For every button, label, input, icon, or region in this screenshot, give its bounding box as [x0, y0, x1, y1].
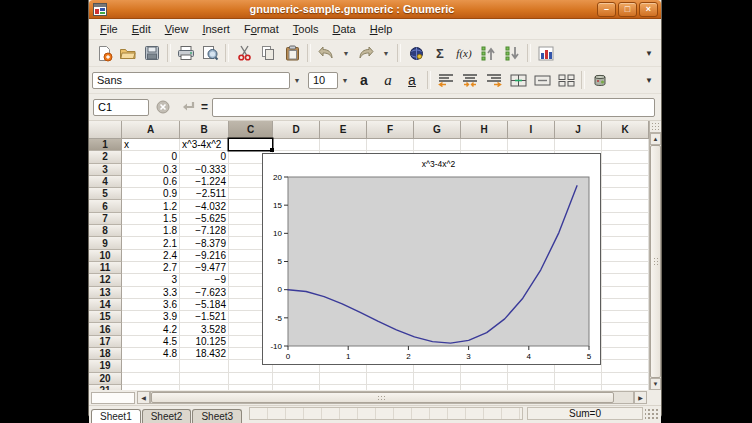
- column-header-C[interactable]: C: [229, 121, 273, 139]
- center-across-button[interactable]: [530, 69, 554, 91]
- row-header-11[interactable]: 11: [89, 262, 122, 274]
- copy-button[interactable]: [256, 42, 280, 64]
- column-header-A[interactable]: A: [122, 121, 180, 139]
- cell[interactable]: [602, 360, 649, 372]
- cell[interactable]: −5.625: [180, 213, 229, 225]
- row-header-3[interactable]: 3: [89, 164, 122, 176]
- window-resize-grip[interactable]: [645, 407, 659, 420]
- cell[interactable]: 0: [122, 151, 180, 163]
- cell[interactable]: [602, 373, 649, 385]
- formula-input[interactable]: [212, 98, 655, 117]
- cell[interactable]: [602, 139, 649, 151]
- cell[interactable]: [180, 360, 229, 372]
- cell[interactable]: [602, 164, 649, 176]
- cell[interactable]: [414, 373, 461, 385]
- cell[interactable]: [320, 373, 367, 385]
- menu-tools[interactable]: Tools: [286, 21, 326, 37]
- row-header-4[interactable]: 4: [89, 176, 122, 188]
- split-cells-button[interactable]: [554, 69, 578, 91]
- sheet-tab-sheet3[interactable]: Sheet3: [192, 409, 242, 423]
- cell[interactable]: [180, 373, 229, 385]
- column-header-K[interactable]: K: [602, 121, 649, 139]
- align-right-button[interactable]: [482, 69, 506, 91]
- row-header-7[interactable]: 7: [89, 213, 122, 225]
- cell[interactable]: [122, 385, 180, 390]
- cell[interactable]: −8.379: [180, 237, 229, 249]
- row-header-20[interactable]: 20: [89, 373, 122, 385]
- minimize-button[interactable]: –: [597, 2, 616, 17]
- row-header-21[interactable]: 21: [89, 385, 122, 390]
- new-file-button[interactable]: [92, 42, 116, 64]
- cell[interactable]: [508, 385, 555, 390]
- cell[interactable]: [555, 373, 602, 385]
- cell[interactable]: [508, 373, 555, 385]
- redo-dropdown[interactable]: ▼: [378, 42, 394, 64]
- sheet-grid[interactable]: ABCDEFGHIJK 1xx^3-4x^220030.3−0.33340.6−…: [89, 121, 661, 390]
- cell[interactable]: [320, 385, 367, 390]
- cell[interactable]: 3: [122, 274, 180, 286]
- menu-help[interactable]: Help: [363, 21, 400, 37]
- cell[interactable]: x: [122, 139, 180, 151]
- row-header-12[interactable]: 12: [89, 274, 122, 286]
- cell[interactable]: [602, 323, 649, 335]
- cell[interactable]: −9: [180, 274, 229, 286]
- chevron-down-icon[interactable]: ▼: [290, 77, 304, 84]
- row-header-8[interactable]: 8: [89, 225, 122, 237]
- cell[interactable]: [229, 139, 273, 151]
- cell[interactable]: [602, 237, 649, 249]
- column-header-J[interactable]: J: [555, 121, 602, 139]
- select-all-corner[interactable]: [89, 121, 122, 139]
- cell[interactable]: [461, 139, 508, 151]
- cell[interactable]: 0: [180, 151, 229, 163]
- cell[interactable]: [602, 311, 649, 323]
- menu-insert[interactable]: Insert: [195, 21, 237, 37]
- toolbar-overflow-button[interactable]: ▼: [645, 49, 653, 58]
- row-header-15[interactable]: 15: [89, 311, 122, 323]
- row-header-14[interactable]: 14: [89, 299, 122, 311]
- chevron-down-icon[interactable]: ▼: [338, 77, 352, 84]
- menu-data[interactable]: Data: [325, 21, 362, 37]
- horizontal-scroll-track[interactable]: [150, 391, 634, 404]
- cell[interactable]: 3.3: [122, 287, 180, 299]
- cell[interactable]: [320, 139, 367, 151]
- menu-format[interactable]: Format: [237, 21, 286, 37]
- row-header-1[interactable]: 1: [89, 139, 122, 151]
- sort-ascending-button[interactable]: [476, 42, 500, 64]
- column-header-E[interactable]: E: [320, 121, 367, 139]
- insert-function-button[interactable]: f(x): [452, 42, 476, 64]
- column-header-B[interactable]: B: [180, 121, 229, 139]
- cell[interactable]: [367, 373, 414, 385]
- merge-cells-button[interactable]: [506, 69, 530, 91]
- cell[interactable]: [461, 385, 508, 390]
- row-header-2[interactable]: 2: [89, 151, 122, 163]
- cell[interactable]: [555, 385, 602, 390]
- cell[interactable]: [602, 225, 649, 237]
- cell[interactable]: [367, 385, 414, 390]
- cell[interactable]: [602, 188, 649, 200]
- column-header-I[interactable]: I: [508, 121, 555, 139]
- cell[interactable]: −9.216: [180, 250, 229, 262]
- cell[interactable]: [602, 262, 649, 274]
- cell[interactable]: [414, 385, 461, 390]
- undo-button[interactable]: [314, 42, 338, 64]
- cell[interactable]: 3.9: [122, 311, 180, 323]
- cell[interactable]: [273, 139, 320, 151]
- column-header-F[interactable]: F: [367, 121, 414, 139]
- autosum-button[interactable]: Σ: [428, 42, 452, 64]
- cell[interactable]: 1.5: [122, 213, 180, 225]
- cell[interactable]: 1.2: [122, 200, 180, 212]
- cell[interactable]: 4.8: [122, 348, 180, 360]
- maximize-button[interactable]: □: [618, 2, 637, 17]
- cell[interactable]: 3.528: [180, 323, 229, 335]
- cell[interactable]: 2.4: [122, 250, 180, 262]
- cancel-entry-button[interactable]: [153, 98, 173, 116]
- sheet-tab-sheet1[interactable]: Sheet1: [91, 409, 141, 423]
- pane-split-grip[interactable]: [650, 121, 661, 133]
- row-header-16[interactable]: 16: [89, 323, 122, 335]
- cell[interactable]: [602, 213, 649, 225]
- cell[interactable]: 1.8: [122, 225, 180, 237]
- hyperlink-button[interactable]: [404, 42, 428, 64]
- cell[interactable]: [229, 385, 273, 390]
- cell[interactable]: [602, 274, 649, 286]
- cell[interactable]: [461, 373, 508, 385]
